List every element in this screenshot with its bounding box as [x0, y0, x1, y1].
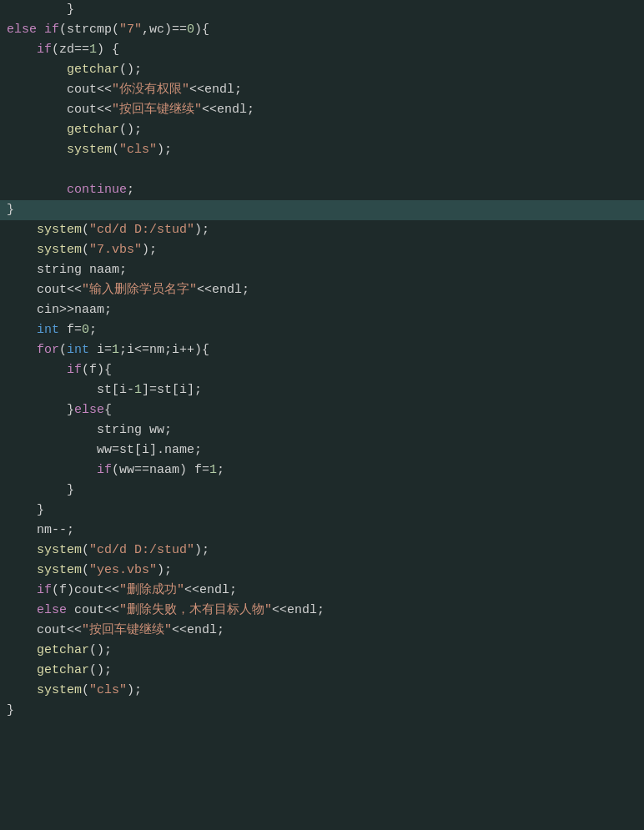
- code-line: st[i-1]=st[i];: [0, 380, 644, 400]
- code-line: }: [0, 0, 644, 20]
- code-line: int f=0;: [0, 320, 644, 340]
- code-line: getchar();: [0, 641, 644, 661]
- code-line: }: [0, 701, 644, 721]
- code-line: if(ww==naam) f=1;: [0, 460, 644, 480]
- code-line: getchar();: [0, 120, 644, 140]
- code-line: }else{: [0, 400, 644, 420]
- code-line: string ww;: [0, 420, 644, 440]
- code-line: for(int i=1;i<=nm;i++){: [0, 340, 644, 360]
- code-line: getchar();: [0, 661, 644, 681]
- code-line: [0, 160, 644, 180]
- code-line: }: [0, 480, 644, 501]
- code-line: cout<<"你没有权限"<<endl;: [0, 80, 644, 100]
- code-line: else if(strcmp("7",wc)==0){: [0, 20, 644, 40]
- code-line: if(f)cout<<"删除成功"<<endl;: [0, 581, 644, 601]
- code-line: system("cls");: [0, 681, 644, 701]
- code-line: string naam;: [0, 260, 644, 280]
- code-line: system("cd/d D:/stud");: [0, 541, 644, 561]
- code-line: system("cd/d D:/stud");: [0, 220, 644, 240]
- code-line: }: [0, 501, 644, 521]
- code-line: if(f){: [0, 360, 644, 380]
- code-line: if(zd==1) {: [0, 40, 644, 60]
- code-line: cin>>naam;: [0, 300, 644, 320]
- code-line: ww=st[i].name;: [0, 440, 644, 460]
- code-line: else cout<<"删除失败，木有目标人物"<<endl;: [0, 601, 644, 621]
- code-line: nm--;: [0, 521, 644, 541]
- code-line: cout<<"输入删除学员名字"<<endl;: [0, 280, 644, 300]
- code-line: system("7.vbs");: [0, 240, 644, 260]
- code-line: cout<<"按回车键继续"<<endl;: [0, 621, 644, 641]
- code-line: system("cls");: [0, 140, 644, 160]
- code-line: system("yes.vbs");: [0, 561, 644, 581]
- code-line: continue;: [0, 180, 644, 200]
- code-line-highlighted: }: [0, 200, 644, 220]
- code-line: getchar();: [0, 60, 644, 80]
- code-editor: } else if(strcmp("7",wc)==0){ if(zd==1) …: [0, 0, 644, 830]
- code-line: cout<<"按回车键继续"<<endl;: [0, 100, 644, 120]
